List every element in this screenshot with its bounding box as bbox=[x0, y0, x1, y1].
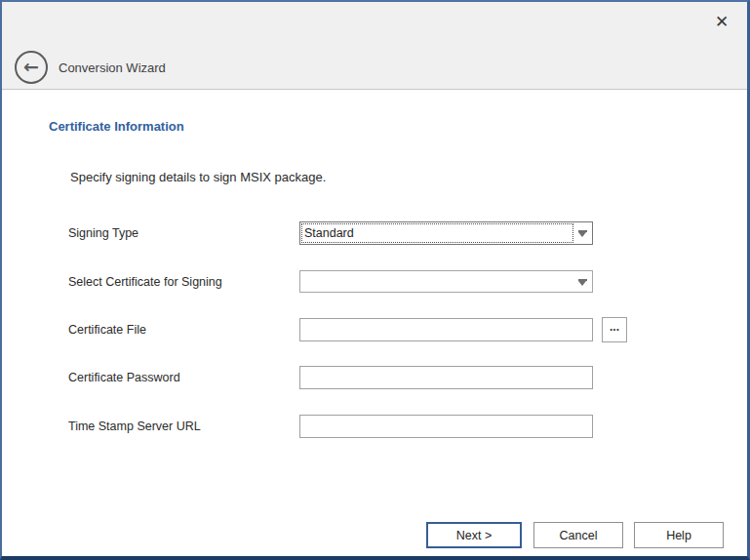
certificate-select-label: Select Certificate for Signing bbox=[68, 275, 222, 289]
certificate-file-label: Certificate File bbox=[68, 323, 146, 337]
browse-button[interactable]: ... bbox=[602, 317, 627, 342]
back-button[interactable]: ← bbox=[15, 51, 48, 84]
back-arrow-icon: ← bbox=[23, 58, 39, 76]
signing-type-value: Standard bbox=[301, 223, 573, 243]
help-button[interactable]: Help bbox=[634, 522, 724, 548]
timestamp-url-input[interactable] bbox=[299, 415, 593, 438]
certificate-select-value bbox=[301, 272, 573, 291]
certificate-password-label: Certificate Password bbox=[68, 371, 180, 384]
chevron-down-icon bbox=[578, 230, 587, 238]
section-title: Certificate Information bbox=[49, 119, 184, 134]
wizard-header: ✕ ← Conversion Wizard bbox=[2, 2, 747, 90]
description-text: Specify signing details to sign MSIX pac… bbox=[70, 170, 326, 184]
certificate-file-input[interactable] bbox=[299, 318, 593, 341]
certificate-select-combobox[interactable] bbox=[299, 270, 593, 293]
timestamp-url-label: Time Stamp Server URL bbox=[68, 420, 201, 433]
certificate-password-input[interactable] bbox=[299, 366, 593, 389]
close-button[interactable]: ✕ bbox=[708, 8, 735, 35]
next-button[interactable]: Next > bbox=[426, 522, 522, 548]
close-icon: ✕ bbox=[715, 14, 729, 30]
signing-type-combobox[interactable]: Standard bbox=[299, 221, 593, 245]
chevron-down-icon bbox=[578, 279, 587, 287]
conversion-wizard-dialog: ✕ ← Conversion Wizard Certificate Inform… bbox=[0, 0, 750, 560]
wizard-title: Conversion Wizard bbox=[59, 60, 166, 75]
cancel-button[interactable]: Cancel bbox=[533, 522, 623, 548]
signing-type-label: Signing Type bbox=[68, 226, 138, 240]
